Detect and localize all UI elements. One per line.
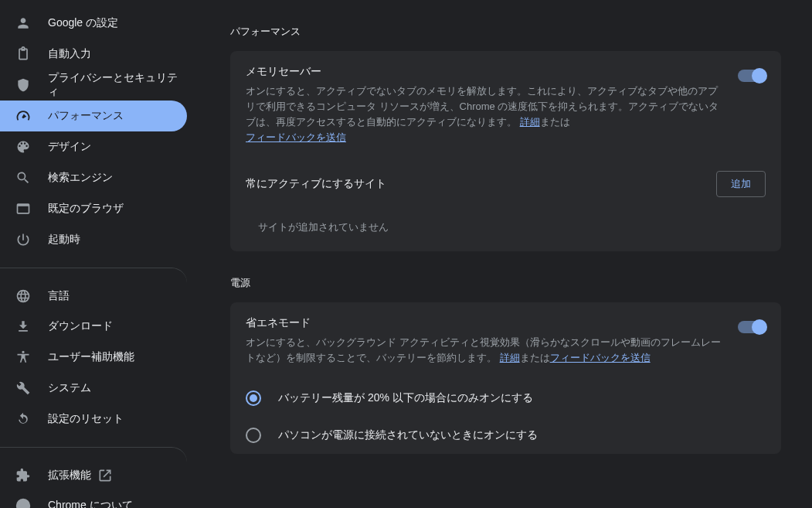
sidebar-label: 拡張機能 (48, 469, 91, 482)
sidebar-item-language[interactable]: 言語 (0, 268, 187, 311)
memory-saver-desc: オンにすると、アクティブでないタブのメモリを解放します。これにより、アクティブな… (246, 84, 722, 146)
person-icon (15, 15, 31, 31)
external-link-icon (97, 468, 113, 483)
speedometer-icon (15, 108, 31, 124)
sidebar-label: システム (48, 381, 91, 395)
sidebar-item-design[interactable]: デザイン (0, 131, 187, 162)
memory-saver-title: メモリセーバー (246, 65, 722, 79)
settings-sidebar: Google の設定 自動入力 プライバシーとセキュリティ パフォーマンス デザ… (0, 0, 199, 508)
sidebar-item-system[interactable]: システム (0, 373, 187, 404)
sidebar-label: パフォーマンス (48, 109, 124, 123)
sidebar-label: ダウンロード (48, 319, 113, 333)
search-icon (15, 170, 31, 186)
sidebar-item-reset[interactable]: 設定のリセット (0, 404, 187, 435)
section-title-performance: パフォーマンス (230, 25, 781, 39)
energy-saver-feedback-link[interactable]: フィードバックを送信 (550, 352, 651, 363)
radio-icon (246, 390, 261, 406)
sidebar-label: ユーザー補助機能 (48, 350, 134, 364)
palette-icon (15, 139, 31, 155)
wrench-icon (15, 380, 31, 396)
radio-label: バッテリー残量が 20% 以下の場合にのみオンにする (278, 391, 533, 405)
section-title-power: 電源 (230, 276, 781, 290)
sidebar-item-google[interactable]: Google の設定 (0, 8, 187, 39)
sidebar-item-privacy[interactable]: プライバシーとセキュリティ (0, 70, 187, 101)
sidebar-label: Chrome について (48, 499, 133, 508)
sidebar-label: 検索エンジン (48, 171, 113, 185)
browser-icon (15, 201, 31, 216)
memory-saver-learn-more-link[interactable]: 詳細 (520, 116, 540, 128)
sidebar-item-extensions[interactable]: 拡張機能 (0, 447, 187, 490)
sidebar-item-default-browser[interactable]: 既定のブラウザ (0, 193, 187, 224)
clipboard-icon (15, 46, 31, 62)
energy-option-battery-20[interactable]: バッテリー残量が 20% 以下の場合にのみオンにする (230, 380, 781, 417)
sidebar-item-download[interactable]: ダウンロード (0, 311, 187, 342)
sidebar-label: デザイン (48, 140, 91, 154)
reset-icon (15, 411, 31, 427)
sidebar-item-autofill[interactable]: 自動入力 (0, 39, 187, 70)
sidebar-label: プライバシーとセキュリティ (48, 71, 187, 99)
extension-icon (15, 468, 31, 483)
globe-icon (15, 288, 31, 304)
download-icon (15, 319, 31, 334)
sidebar-label: 既定のブラウザ (48, 202, 124, 216)
sidebar-item-accessibility[interactable]: ユーザー補助機能 (0, 342, 187, 373)
chrome-icon (15, 498, 31, 508)
sidebar-label: 言語 (48, 289, 70, 303)
energy-saver-desc: オンにすると、バックグラウンド アクティビティと視覚効果（滑らかなスクロールや動… (246, 335, 722, 366)
energy-saver-learn-more-link[interactable]: 詳細 (500, 352, 520, 363)
memory-saver-feedback-link[interactable]: フィードバックを送信 (246, 131, 346, 143)
energy-saver-card: 省エネモード オンにすると、バックグラウンド アクティビティと視覚効果（滑らかな… (230, 302, 781, 454)
sidebar-label: 起動時 (48, 233, 80, 247)
radio-icon (246, 428, 261, 443)
energy-option-unplugged[interactable]: パソコンが電源に接続されていないときにオンにする (230, 417, 781, 454)
sidebar-label: Google の設定 (48, 16, 118, 30)
sidebar-item-search[interactable]: 検索エンジン (0, 162, 187, 193)
no-sites-message: サイトが追加されていません (230, 208, 781, 251)
radio-label: パソコンが電源に接続されていないときにオンにする (278, 428, 538, 442)
memory-saver-toggle[interactable] (738, 70, 766, 82)
settings-main: パフォーマンス メモリセーバー オンにすると、アクティブでないタブのメモリを解放… (199, 0, 812, 508)
sidebar-label: 設定のリセット (48, 412, 124, 426)
sidebar-item-startup[interactable]: 起動時 (0, 224, 187, 255)
shield-icon (15, 77, 31, 93)
memory-saver-card: メモリセーバー オンにすると、アクティブでないタブのメモリを解放します。これによ… (230, 51, 781, 251)
add-site-button[interactable]: 追加 (716, 171, 766, 197)
power-icon (15, 232, 31, 247)
sidebar-item-performance[interactable]: パフォーマンス (0, 101, 187, 131)
sidebar-label: 自動入力 (48, 47, 91, 61)
accessibility-icon (15, 349, 31, 365)
energy-saver-toggle[interactable] (738, 321, 766, 333)
energy-saver-title: 省エネモード (246, 316, 722, 330)
sidebar-item-about[interactable]: Chrome について (0, 490, 187, 508)
always-active-title: 常にアクティブにするサイト (246, 177, 386, 191)
